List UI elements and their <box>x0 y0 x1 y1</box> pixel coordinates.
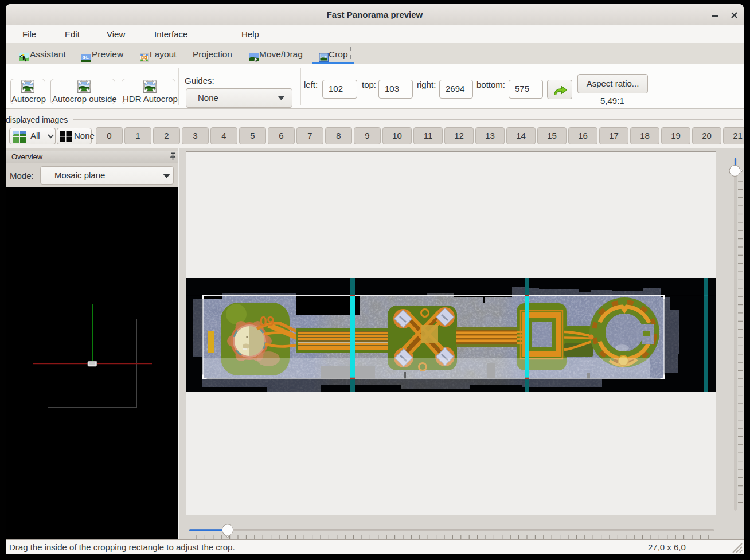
svg-text:GL: GL <box>83 55 89 60</box>
svg-text:60: 60 <box>259 314 274 328</box>
